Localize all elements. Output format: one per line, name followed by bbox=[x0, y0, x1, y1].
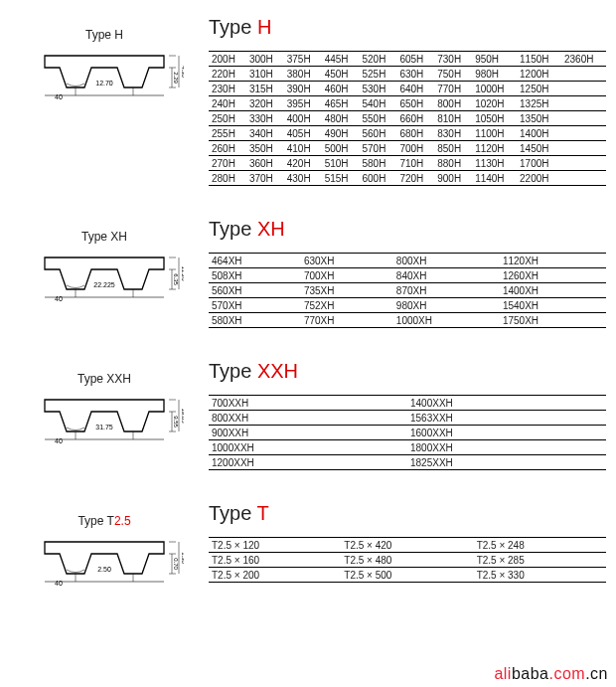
data-col-h: Type H 200H300H375H445H520H605H730H950H1… bbox=[209, 8, 616, 186]
belt-profile-icon: 12.70 40 2.29 4.30 bbox=[25, 44, 184, 103]
table-cell: T2.5 × 500 bbox=[341, 568, 473, 583]
table-cell: 1825XXH bbox=[407, 455, 606, 470]
table-cell: 320H bbox=[246, 96, 284, 111]
table-cell: 525H bbox=[360, 67, 397, 82]
table-cell: 630H bbox=[396, 67, 434, 82]
table-cell: 430H bbox=[284, 171, 322, 186]
table-cell: 770XH bbox=[301, 313, 393, 328]
table-cell: 1563XXH bbox=[407, 411, 606, 426]
table-cell: 255H bbox=[209, 126, 246, 141]
table-cell: 1150H bbox=[517, 52, 561, 67]
diagram-title-prefix: Type bbox=[81, 230, 110, 244]
diagram-title-xxh: Type XXH bbox=[77, 372, 131, 386]
table-cell: 980H bbox=[472, 67, 517, 82]
table-cell: 1000XH bbox=[393, 313, 500, 328]
table-cell: 750H bbox=[434, 67, 472, 82]
table-row: 464XH630XH800XH1120XH bbox=[209, 254, 606, 268]
alibaba-watermark: alibaba.com.cn bbox=[494, 665, 608, 683]
diagram-col-t: Type T2.5 2.50 40 0.70 1.30 bbox=[0, 494, 209, 590]
table-cell: 735XH bbox=[301, 283, 393, 298]
svg-text:31.75: 31.75 bbox=[95, 424, 113, 430]
heading-prefix: Type bbox=[209, 502, 257, 524]
table-cell: 700XXH bbox=[209, 396, 407, 411]
svg-text:2.50: 2.50 bbox=[97, 566, 111, 573]
table-row: T2.5 × 200T2.5 × 500T2.5 × 330 bbox=[209, 568, 606, 583]
table-cell: 1120H bbox=[472, 141, 517, 156]
heading-suffix: H bbox=[257, 16, 271, 38]
table-cell: 465H bbox=[322, 96, 360, 111]
table-cell: 800XH bbox=[393, 254, 500, 268]
svg-text:12.70: 12.70 bbox=[95, 80, 113, 86]
table-cell: 1000H bbox=[472, 82, 517, 96]
section-type-xxh: Type XXH 31.75 40 9.55 19.05 Type XXH 70… bbox=[0, 328, 616, 470]
table-cell: 1000XXH bbox=[209, 440, 407, 455]
table-row: 255H340H405H490H560H680H830H1100H1400H bbox=[209, 126, 606, 141]
spec-table-xh: 464XH630XH800XH1120XH508XH700XH840XH1260… bbox=[209, 253, 606, 328]
table-cell: 850H bbox=[434, 141, 472, 156]
table-cell: 880H bbox=[434, 156, 472, 171]
table-row: T2.5 × 120T2.5 × 420T2.5 × 248 bbox=[209, 538, 606, 553]
svg-text:1.30: 1.30 bbox=[181, 552, 184, 564]
table-row: 1200XXH1825XXH bbox=[209, 455, 606, 470]
table-cell: 375H bbox=[284, 52, 322, 67]
table-cell: 1540XH bbox=[500, 298, 606, 313]
table-cell: 380H bbox=[284, 67, 322, 82]
table-cell: 450H bbox=[322, 67, 360, 82]
table-cell: 560H bbox=[360, 126, 397, 141]
table-cell: 350H bbox=[246, 141, 284, 156]
table-cell: 870XH bbox=[393, 283, 500, 298]
data-col-xxh: Type XXH 700XXH1400XXH800XXH1563XXH900XX… bbox=[209, 352, 616, 470]
table-cell: 200H bbox=[209, 52, 246, 67]
table-cell: 400H bbox=[284, 111, 322, 126]
table-cell bbox=[561, 82, 606, 96]
data-col-xh: Type XH 464XH630XH800XH1120XH508XH700XH8… bbox=[209, 210, 616, 328]
table-row: 560XH735XH870XH1400XH bbox=[209, 283, 606, 298]
table-cell: 560XH bbox=[209, 283, 301, 298]
heading-prefix: Type bbox=[209, 218, 257, 240]
table-cell: 280H bbox=[209, 171, 246, 186]
table-cell: 710H bbox=[396, 156, 434, 171]
table-cell: 700XH bbox=[301, 268, 393, 283]
table-cell bbox=[561, 111, 606, 126]
table-cell: 800XXH bbox=[209, 411, 407, 426]
table-cell: 830H bbox=[434, 126, 472, 141]
diagram-title-suffix: H bbox=[114, 28, 123, 42]
table-cell bbox=[561, 96, 606, 111]
heading-xxh: Type XXH bbox=[209, 360, 606, 383]
diagram-col-xh: Type XH 22.225 40 6.35 11.20 bbox=[0, 210, 209, 305]
data-col-t: Type T T2.5 × 120T2.5 × 420T2.5 × 248T2.… bbox=[209, 494, 616, 583]
belt-profile-icon: 2.50 40 0.70 1.30 bbox=[25, 530, 184, 590]
table-cell: 330H bbox=[246, 111, 284, 126]
table-cell: 570H bbox=[360, 141, 397, 156]
table-cell: 395H bbox=[284, 96, 322, 111]
table-cell: T2.5 × 330 bbox=[474, 568, 606, 583]
heading-suffix: XXH bbox=[257, 360, 298, 382]
heading-prefix: Type bbox=[209, 16, 257, 38]
table-cell: 840XH bbox=[393, 268, 500, 283]
diagram-title-prefix: Type T bbox=[77, 514, 113, 528]
diagram-title-h: Type H bbox=[85, 28, 123, 42]
svg-text:6.35: 6.35 bbox=[173, 273, 179, 285]
table-cell: 390H bbox=[284, 82, 322, 96]
table-cell: 600H bbox=[360, 171, 397, 186]
table-cell: 230H bbox=[209, 82, 246, 96]
section-type-h: Type H 12.70 40 2.29 4.30 Type H 200H300… bbox=[0, 0, 616, 186]
diagram-title-prefix: Type bbox=[77, 372, 106, 386]
table-cell bbox=[561, 171, 606, 186]
table-cell: 360H bbox=[246, 156, 284, 171]
table-row: 260H350H410H500H570H700H850H1120H1450H bbox=[209, 141, 606, 156]
table-row: 570XH752XH980XH1540XH bbox=[209, 298, 606, 313]
table-cell: 340H bbox=[246, 126, 284, 141]
table-cell: 570XH bbox=[209, 298, 301, 313]
table-cell: 680H bbox=[396, 126, 434, 141]
table-row: 270H360H420H510H580H710H880H1130H1700H bbox=[209, 156, 606, 171]
spec-table-t: T2.5 × 120T2.5 × 420T2.5 × 248T2.5 × 160… bbox=[209, 537, 606, 583]
table-cell: 1200XXH bbox=[209, 455, 407, 470]
table-cell: 950H bbox=[472, 52, 517, 67]
table-cell: 650H bbox=[396, 96, 434, 111]
table-cell: 464XH bbox=[209, 254, 301, 268]
table-row: 800XXH1563XXH bbox=[209, 411, 606, 426]
diagram-title-suffix-red: 2.5 bbox=[114, 514, 131, 528]
table-row: 280H370H430H515H600H720H900H1140H2200H bbox=[209, 171, 606, 186]
table-cell: 445H bbox=[322, 52, 360, 67]
